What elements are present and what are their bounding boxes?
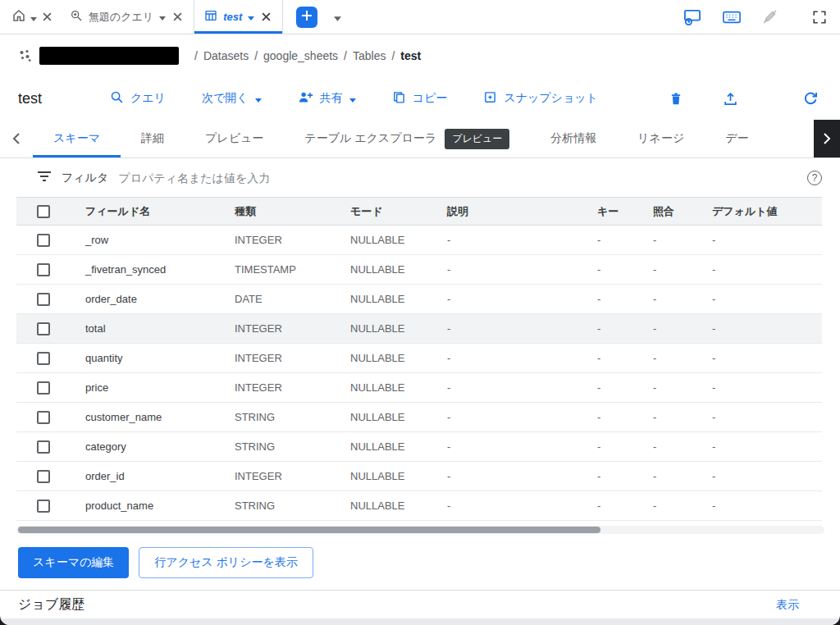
tab-label: 分析情報 [550, 131, 596, 146]
mode-cell: NULLABLE [344, 432, 441, 462]
collation-cell: - [646, 373, 705, 403]
filter-bar: フィルタ ? [0, 158, 840, 197]
header-collation: 照合 [646, 198, 705, 226]
fullscreen-icon[interactable] [812, 10, 827, 25]
open-in-button[interactable]: 次で開く [202, 91, 262, 106]
mode-cell: NULLABLE [344, 403, 441, 432]
tab-schema[interactable]: スキーマ [33, 120, 121, 157]
key-cell: - [591, 285, 646, 314]
collation-cell: - [646, 344, 705, 373]
tab-table-explorer[interactable]: テーブル エクスプローラ プレビュー [284, 120, 530, 157]
tab-insights[interactable]: 分析情報 [530, 120, 617, 157]
plus-icon [301, 10, 313, 24]
close-icon[interactable] [171, 11, 184, 23]
tab-truncated[interactable]: デー [705, 120, 769, 157]
scrollbar-thumb[interactable] [18, 527, 600, 533]
chevron-down-icon [349, 92, 356, 105]
mode-cell: NULLABLE [344, 344, 441, 373]
query-button[interactable]: クエリ [110, 90, 166, 107]
key-cell: - [591, 432, 646, 462]
default-cell: - [705, 462, 822, 491]
collation-cell: - [646, 432, 705, 462]
toolbar-actions: クエリ 次で開く 共有 コピー [110, 90, 598, 107]
filter-input[interactable] [118, 171, 797, 185]
breadcrumb-separator: / [254, 49, 258, 62]
type-cell: INTEGER [228, 226, 344, 255]
row-access-policy-button[interactable]: 行アクセス ポリシーを表示 [139, 547, 313, 578]
add-tab-button[interactable] [296, 7, 317, 28]
row-checkbox[interactable] [37, 352, 50, 365]
show-job-history-link[interactable]: 表示 [776, 598, 799, 613]
key-cell: - [591, 491, 646, 521]
delete-icon[interactable] [669, 91, 683, 107]
default-cell: - [705, 373, 822, 403]
collation-cell: - [646, 462, 705, 491]
mode-cell: NULLABLE [344, 226, 441, 255]
row-checkbox[interactable] [37, 263, 50, 276]
tab-details[interactable]: 詳細 [121, 120, 185, 157]
schema-table: フィールド名 種類 モード 説明 キー 照合 デフォルト値 _row INTEG… [16, 197, 822, 521]
schema-actions: スキーマの編集 行アクセス ポリシーを表示 [18, 547, 840, 578]
table-row: _fivetran_synced TIMESTAMP NULLABLE - - … [16, 255, 822, 285]
chevron-down-icon[interactable] [159, 11, 166, 23]
type-cell: STRING [228, 491, 344, 521]
edit-schema-button[interactable]: スキーマの編集 [18, 547, 129, 578]
row-checkbox[interactable] [37, 440, 50, 454]
close-icon[interactable] [41, 11, 53, 23]
tab-preview[interactable]: プレビュー [185, 120, 284, 157]
copy-button[interactable]: コピー [392, 90, 448, 107]
default-cell: - [705, 491, 822, 521]
open-in-label: 次で開く [202, 91, 249, 106]
chevron-down-icon[interactable] [30, 10, 37, 25]
copy-label: コピー [413, 91, 448, 106]
row-checkbox[interactable] [37, 381, 50, 395]
mode-cell: NULLABLE [344, 462, 441, 491]
view-tab-bar: スキーマ 詳細 プレビュー テーブル エクスプローラ プレビュー 分析情報 リネ… [0, 120, 840, 158]
header-key: キー [591, 198, 646, 226]
type-cell: STRING [228, 403, 344, 432]
key-cell: - [591, 373, 646, 403]
table-header-row: フィールド名 種類 モード 説明 キー 照合 デフォルト値 [16, 198, 822, 226]
row-checkbox[interactable] [37, 322, 50, 335]
breadcrumb: / Datasets / google_sheets / Tables / te… [0, 34, 840, 77]
table-row: quantity INTEGER NULLABLE - - - - [16, 344, 822, 373]
edit-disabled-icon[interactable] [762, 9, 778, 25]
row-checkbox[interactable] [37, 293, 50, 306]
row-checkbox[interactable] [37, 411, 50, 424]
field-name-cell: customer_name [79, 403, 228, 432]
select-all-checkbox[interactable] [37, 205, 50, 218]
breadcrumb-item-datasets[interactable]: Datasets [203, 49, 249, 62]
breadcrumb-item-tables[interactable]: Tables [353, 49, 386, 62]
description-cell: - [441, 226, 591, 255]
table-row: product_name STRING NULLABLE - - - - [16, 491, 822, 521]
refresh-icon[interactable] [802, 90, 819, 107]
tab-lineage[interactable]: リネージ [617, 120, 705, 157]
row-checkbox[interactable] [37, 500, 50, 513]
tab-scroll-left-icon[interactable] [0, 120, 33, 157]
keyboard-icon[interactable] [723, 11, 741, 24]
close-icon[interactable] [260, 11, 272, 23]
preview-badge: プレビュー [445, 129, 509, 149]
horizontal-scrollbar[interactable] [16, 526, 824, 534]
breadcrumb-item-dataset-name[interactable]: google_sheets [263, 49, 338, 62]
snapshot-button[interactable]: スナップショット [483, 90, 598, 107]
tab-untitled-query[interactable]: 無題のクエリ [60, 0, 194, 34]
new-tab-menu-caret[interactable] [329, 10, 346, 25]
table-row: total INTEGER NULLABLE - - - - [16, 314, 822, 344]
console-session-icon[interactable] [683, 9, 701, 25]
key-cell: - [591, 255, 646, 285]
table-row: category STRING NULLABLE - - - - [16, 432, 822, 462]
field-name-cell: total [79, 314, 228, 344]
export-icon[interactable] [723, 91, 738, 107]
home-tab[interactable] [5, 0, 60, 34]
help-icon[interactable]: ? [807, 171, 822, 185]
tab-test[interactable]: test [194, 0, 283, 34]
table-toolbar: test クエリ 次で開く 共有 [0, 77, 840, 120]
tab-label: テーブル エクスプローラ [304, 131, 436, 146]
tab-scroll-right-icon[interactable] [814, 120, 840, 157]
row-checkbox[interactable] [37, 234, 50, 247]
collation-cell: - [646, 491, 705, 521]
row-checkbox[interactable] [37, 470, 50, 483]
chevron-down-icon[interactable] [248, 11, 254, 23]
share-button[interactable]: 共有 [298, 90, 356, 107]
